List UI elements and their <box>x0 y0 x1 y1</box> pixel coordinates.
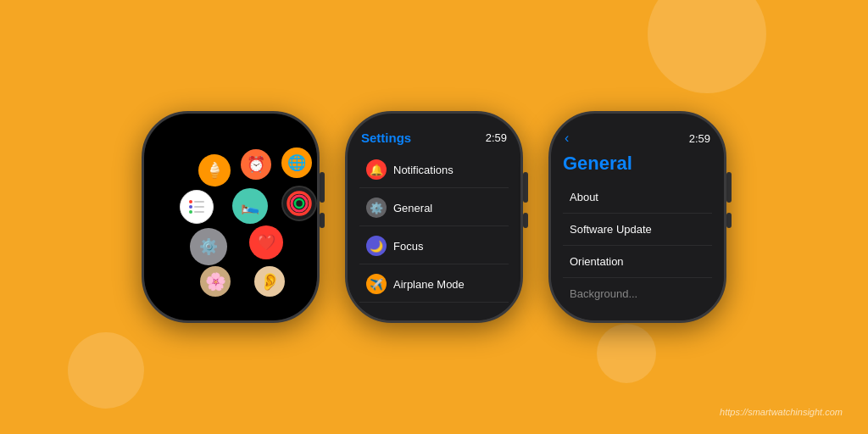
settings-title: Settings <box>361 131 411 145</box>
watch-3-btn <box>726 213 732 228</box>
app-ear-icon[interactable]: 👂 <box>254 266 285 297</box>
app-alarm-icon[interactable]: ⏰ <box>241 149 271 180</box>
svg-rect-3 <box>194 206 204 208</box>
menu-item-airplane[interactable]: ✈️ Airplane Mode <box>359 266 509 303</box>
menu-item-notifications[interactable]: 🔔 Notifications <box>359 152 509 188</box>
app-breathe-icon[interactable]: 🌸 <box>200 266 231 297</box>
general-item-orientation[interactable]: Orientation <box>563 246 712 278</box>
svg-point-2 <box>189 205 192 209</box>
watch-1-screen: 🍦 ⏰ 🌐 🛌 <box>144 114 317 320</box>
watches-container: 🍦 ⏰ 🌐 🛌 <box>142 111 726 323</box>
general-item-about[interactable]: About <box>563 181 712 214</box>
general-time: 2:59 <box>689 132 710 145</box>
bg-decoration-1 <box>648 0 766 93</box>
airplane-icon: ✈️ <box>366 274 387 294</box>
menu-item-focus[interactable]: 🌙 Focus <box>359 228 509 264</box>
general-screen-title: General <box>563 153 632 174</box>
svg-point-8 <box>295 199 303 208</box>
watch-1-crown <box>320 172 325 203</box>
app-heart-icon[interactable]: ❤️ <box>249 225 283 259</box>
general-label: General <box>393 202 432 214</box>
notifications-icon: 🔔 <box>366 159 387 180</box>
general-icon: ⚙️ <box>366 198 387 218</box>
app-activity-icon[interactable] <box>281 186 317 221</box>
app-reminders-icon[interactable] <box>180 190 214 224</box>
watermark: https://smartwatchinsight.com <box>720 407 843 417</box>
watch-1-btn <box>320 213 325 228</box>
general-list: About Software Update Orientation Backgr… <box>563 181 712 309</box>
notifications-label: Notifications <box>393 164 453 176</box>
back-arrow-icon[interactable]: ‹ <box>565 131 569 146</box>
settings-header: Settings 2:59 <box>359 131 509 145</box>
svg-point-7 <box>292 196 307 211</box>
svg-rect-1 <box>194 201 204 203</box>
watch-2-body: Settings 2:59 🔔 Notifications ⚙️ General… <box>345 111 523 323</box>
svg-point-0 <box>189 200 192 203</box>
focus-icon: 🌙 <box>366 236 387 256</box>
airplane-label: Airplane Mode <box>393 278 465 291</box>
watch-3-body: ‹ 2:59 General About Software Update Ori… <box>548 111 726 323</box>
watch-3-crown <box>726 172 732 203</box>
watch-2-crown <box>523 172 528 203</box>
settings-time: 2:59 <box>486 131 507 144</box>
app-globe-icon[interactable]: 🌐 <box>281 147 312 178</box>
general-item-background[interactable]: Background... <box>563 278 712 309</box>
menu-item-general[interactable]: ⚙️ General <box>359 190 509 226</box>
bg-decoration-3 <box>597 324 656 383</box>
focus-label: Focus <box>393 240 423 253</box>
watch-2-btn <box>523 213 528 228</box>
bg-decoration-2 <box>68 332 144 409</box>
watch-2: Settings 2:59 🔔 Notifications ⚙️ General… <box>345 111 523 323</box>
svg-point-4 <box>189 210 192 214</box>
app-ice-cream-icon[interactable]: 🍦 <box>198 154 231 186</box>
general-title-row: General <box>563 153 712 175</box>
app-sleep-icon[interactable]: 🛌 <box>232 188 268 224</box>
svg-rect-5 <box>194 211 204 213</box>
watch-1-body: 🍦 ⏰ 🌐 🛌 <box>142 111 320 323</box>
watch-3-screen: ‹ 2:59 General About Software Update Ori… <box>551 114 724 320</box>
general-item-software-update[interactable]: Software Update <box>563 214 712 246</box>
watch-1: 🍦 ⏰ 🌐 🛌 <box>142 111 320 323</box>
general-header: ‹ 2:59 <box>563 131 712 146</box>
watch-2-screen: Settings 2:59 🔔 Notifications ⚙️ General… <box>348 114 520 320</box>
settings-menu-list: 🔔 Notifications ⚙️ General 🌙 Focus ✈️ Ai… <box>359 152 509 303</box>
general-header-left: ‹ <box>565 131 572 146</box>
watch-3: ‹ 2:59 General About Software Update Ori… <box>548 111 726 323</box>
app-grid: 🍦 ⏰ 🌐 🛌 <box>156 131 305 309</box>
app-settings-icon[interactable]: ⚙️ <box>190 228 227 265</box>
